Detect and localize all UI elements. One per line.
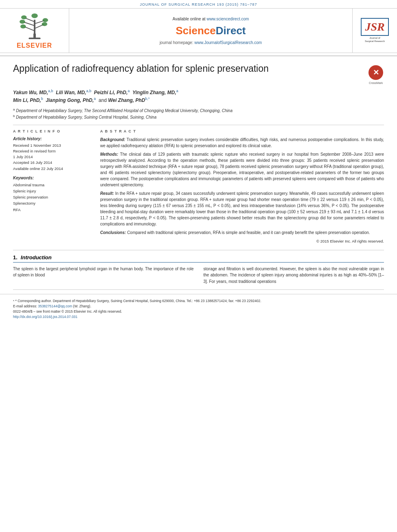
affil-sup-5b: b	[41, 97, 43, 101]
svg-point-9	[20, 20, 25, 24]
jsr-logo-area: JSR Journal of Surgical Research	[352, 9, 397, 53]
author-4: Yinglin Zhang, MD,	[132, 90, 176, 95]
jsr-logo: JSR Journal of Surgical Research	[361, 18, 388, 43]
result-label: Result:	[100, 191, 114, 196]
background-text: Traditional splenic preservation surgery…	[100, 137, 384, 148]
result-text: In the RFA + suture repair group, 34 cas…	[100, 191, 384, 226]
footnote-star: *	[13, 299, 14, 303]
affil-letter-b: b	[13, 114, 15, 118]
conclusions-text: Compared with traditional splenic preser…	[127, 230, 370, 235]
revised-date: 1 July 2014	[13, 154, 90, 160]
article-info-label: A R T I C L E I N F O	[13, 129, 90, 133]
conclusions-label: Conclusions:	[100, 230, 126, 235]
intro-left-col: The spleen is the largest peripheral lym…	[13, 266, 194, 285]
author-2: Lili Wan, MD,	[56, 90, 86, 95]
abstract-methods: Methods: The clinical data of 129 patien…	[100, 151, 384, 188]
jsr-box: JSR	[361, 18, 388, 36]
article-area: Application of radiofrequency ablation f…	[0, 56, 397, 250]
affil-sup-7b: b,*	[145, 97, 150, 101]
keyword-4: Splenectomy	[13, 200, 90, 206]
affil-letter-a: a	[13, 108, 15, 111]
journal-header: JOURNAL OF SURGICAL RESEARCH 193 (2015) …	[0, 0, 397, 56]
keyword-1: Abdominal trauma	[13, 182, 90, 188]
methods-label: Methods:	[100, 152, 118, 157]
author-1: Yakun Wu, MD,	[13, 90, 48, 95]
introduction-section: 1. Introduction The spleen is the larges…	[0, 250, 397, 285]
intro-right-col: storage and filtration is well documente…	[204, 266, 384, 285]
abstract-conclusions: Conclusions: Compared with traditional s…	[100, 230, 384, 236]
abstract-result: Result: In the RFA + suture repair group…	[100, 190, 384, 227]
email-link[interactable]: 3538275144@qq.com	[38, 304, 72, 308]
author-and: and	[99, 97, 108, 103]
divider-1	[13, 125, 384, 125]
crossmark-icon: ✕	[368, 64, 384, 81]
svg-text:✕: ✕	[373, 68, 379, 77]
author-6: Jianping Gong, PhD,	[46, 97, 94, 103]
corresponding-author-note: * * Corresponding author. Department of …	[13, 298, 384, 304]
abstract-background: Background: Traditional splenic preserva…	[100, 137, 384, 149]
jsr-fullname: Journal of Surgical Research	[365, 37, 385, 43]
accepted-item: Accepted 16 July 2014	[13, 160, 90, 166]
elsevier-text: ELSEVIER	[17, 42, 52, 49]
keyword-5: RFA	[13, 207, 90, 213]
copyright-line: © 2015 Elsevier Inc. All rights reserved…	[100, 239, 384, 243]
svg-point-11	[21, 15, 26, 20]
intro-right-text: storage and filtration is well documente…	[204, 266, 384, 285]
email-who: (W. Zhang).	[73, 304, 91, 308]
sciencedirect-logo: ScienceDirect	[176, 24, 246, 37]
doi-link[interactable]: http://dx.doi.org/10.1016/j.jss.2014.07.…	[13, 315, 77, 319]
affil-sup-4a: a	[176, 89, 178, 93]
header-content: ELSEVIER Available online at www.science…	[0, 8, 397, 53]
authors-line: Yakun Wu, MD,a,b Lili Wan, MD,a,b Peizhi…	[13, 88, 384, 104]
email-note: E-mail address: 3538275144@qq.com (W. Zh…	[13, 304, 384, 309]
svg-point-7	[20, 24, 26, 29]
article-info-col: A R T I C L E I N F O Article history: R…	[13, 129, 90, 243]
available-online-item: Available online 22 July 2014	[13, 166, 90, 172]
author-5: Min Li, PhD,	[13, 97, 41, 103]
svg-point-12	[31, 13, 38, 18]
available-online-text: Available online at www.sciencedirect.co…	[173, 17, 249, 21]
affil-a-text: Department of Hepatobiliary Surgery, The…	[16, 108, 232, 113]
jsr-abbr: JSR	[365, 20, 384, 33]
sciencedirect-url[interactable]: www.sciencedirect.com	[206, 17, 249, 21]
article-title-row: Application of radiofrequency ablation f…	[13, 63, 384, 84]
author-7: Wei Zhang, PhD	[108, 97, 145, 103]
email-label: E-mail address:	[13, 304, 37, 308]
svg-line-4	[24, 22, 34, 26]
keywords-title: Keywords:	[13, 176, 90, 180]
background-label: Background:	[100, 137, 125, 142]
doi-note: http://dx.doi.org/10.1016/j.jss.2014.07.…	[13, 314, 384, 320]
journal-name: JOURNAL OF SURGICAL RESEARCH 193 (2015) …	[0, 0, 397, 8]
methods-text: The clinical data of 129 patients with t…	[100, 152, 384, 187]
affil-b-text: Department of Hepatobiliary Surgery, Sui…	[16, 115, 156, 120]
corresponding-author-text: * Corresponding author. Department of He…	[15, 299, 261, 303]
elsevier-logo-area: ELSEVIER	[0, 9, 69, 53]
author-3: Peizhi Li, PhD,	[94, 90, 128, 95]
sciencedirect-area: Available online at www.sciencedirect.co…	[69, 9, 352, 53]
article-columns: A R T I C L E I N F O Article history: R…	[13, 129, 384, 243]
svg-line-2	[24, 27, 34, 31]
intro-heading-row: 1. Introduction	[13, 254, 384, 263]
svg-point-10	[42, 18, 48, 22]
abstract-label-heading: A B S T R A C T	[100, 129, 384, 133]
elsevier-logo: ELSEVIER	[16, 12, 53, 49]
affiliations: a Department of Hepatobiliary Surgery, T…	[13, 107, 384, 121]
affil-sup-1a: a,b	[48, 89, 53, 93]
article-history-title: Article history:	[13, 137, 90, 141]
footer-area: * * Corresponding author. Department of …	[0, 294, 397, 322]
intro-columns: The spleen is the largest peripheral lym…	[13, 266, 384, 285]
abstract-col: A B S T R A C T Background: Traditional …	[100, 129, 384, 243]
page: JOURNAL OF SURGICAL RESEARCH 193 (2015) …	[0, 0, 397, 532]
crossmark-label: CrossMark	[369, 82, 383, 84]
crossmark-area: ✕ CrossMark	[368, 64, 384, 84]
keyword-2: Splenic injury	[13, 188, 90, 194]
issn-note: 0022-4804/$ – see front matter © 2015 El…	[13, 309, 384, 314]
affil-sup-2ab: a,b	[86, 89, 92, 93]
journal-url[interactable]: www.JournalofSurgicalResearch.com	[195, 40, 262, 45]
intro-left-text: The spleen is the largest peripheral lym…	[13, 266, 194, 278]
svg-line-6	[25, 18, 34, 22]
svg-rect-13	[29, 38, 40, 39]
intro-section-number: 1.	[13, 254, 18, 260]
received-item: Received 1 November 2013	[13, 143, 90, 148]
intro-section-title: Introduction	[21, 254, 52, 260]
